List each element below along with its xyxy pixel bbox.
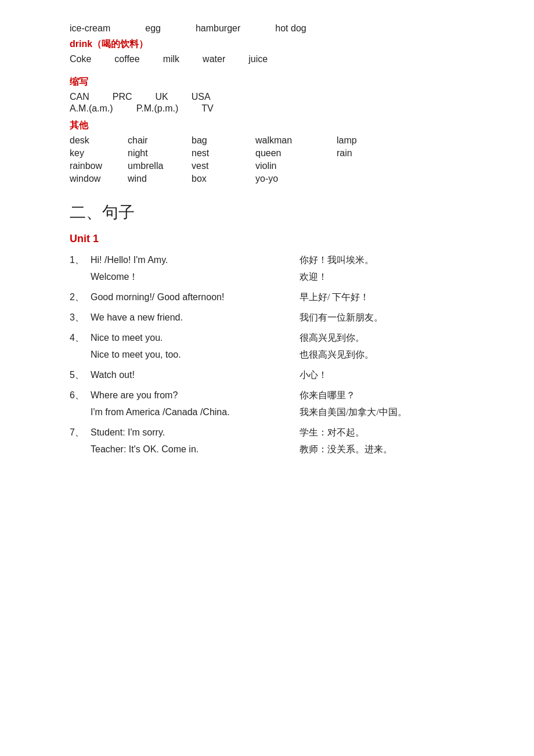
other-section: 其他 deskchairbagwalkmanlampkeynightnestqu… <box>70 120 464 184</box>
sentence-chn-7: 学生：对不起。 <box>300 427 365 439</box>
sub-row-6-0: I'm from America /Canada /China.我来自美国/加拿… <box>91 406 464 419</box>
abbrev-can: CAN <box>70 92 89 102</box>
sub-eng-1-0: Welcome！ <box>91 271 265 283</box>
abbrev-prc: PRC <box>113 92 132 102</box>
sentence-row-6: 6、Where are you from?你来自哪里？ <box>70 390 464 402</box>
sub-chn-6-0: 我来自美国/加拿大/中国。 <box>300 406 407 419</box>
sentence-num-2: 2、 <box>70 291 91 304</box>
sentence-num-3: 3、 <box>70 312 91 324</box>
abbrev-heading: 缩写 <box>70 76 464 88</box>
sentence-row-2: 2、Good morning!/ Good afternoon!早上好/ 下午好… <box>70 291 464 304</box>
other-word-18: yo-yo <box>255 174 337 184</box>
other-word-6: night <box>128 148 192 159</box>
sentence-eng-6: Where are you from? <box>91 390 265 401</box>
sentence-eng-7: Student: I'm sorry. <box>91 427 265 438</box>
other-heading: 其他 <box>70 120 464 132</box>
food-item-icecream: ice-cream <box>70 23 110 34</box>
other-word-15: window <box>70 174 128 184</box>
sub-eng-6-0: I'm from America /Canada /China. <box>91 407 265 417</box>
food-item-hamburger: hamburger <box>196 23 240 34</box>
food-row: ice-cream egg hamburger hot dog <box>70 23 464 34</box>
sentence-chn-1: 你好！我叫埃米。 <box>300 254 374 267</box>
sentence-chn-2: 早上好/ 下午好！ <box>300 291 369 304</box>
other-word-1: chair <box>128 135 192 146</box>
sub-eng-7-0: Teacher: It's OK. Come in. <box>91 444 265 455</box>
sentence-block-5: 5、Watch out!小心！ <box>70 369 464 381</box>
sentence-row-1: 1、Hi! /Hello! I'm Amy.你好！我叫埃米。 <box>70 254 464 267</box>
sentence-block-4: 4、Nice to meet you.很高兴见到你。Nice to meet y… <box>70 332 464 361</box>
abbrev-pm: P.M.(p.m.) <box>136 103 179 114</box>
sub-chn-4-0: 也很高兴见到你。 <box>300 349 374 361</box>
drink-milk: milk <box>163 54 179 64</box>
sub-row-7-0: Teacher: It's OK. Come in.教师：没关系。进来。 <box>91 444 464 456</box>
abbrev-section: 缩写 CAN PRC UK USA A.M.(a.m.) P.M.(p.m.) … <box>70 76 464 114</box>
other-word-4: lamp <box>337 135 383 146</box>
other-word-2: bag <box>192 135 255 146</box>
drink-juice: juice <box>248 54 268 64</box>
sentence-num-7: 7、 <box>70 427 91 439</box>
sentence-eng-5: Watch out! <box>91 370 265 380</box>
sub-row-4-0: Nice to meet you, too.也很高兴见到你。 <box>91 349 464 361</box>
sentence-row-7: 7、Student: I'm sorry.学生：对不起。 <box>70 427 464 439</box>
drink-heading: drink（喝的饮料） <box>70 38 464 51</box>
other-word-14 <box>337 161 383 171</box>
other-words-grid: deskchairbagwalkmanlampkeynightnestqueen… <box>70 135 464 184</box>
sub-row-1-0: Welcome！欢迎！ <box>91 271 464 283</box>
abbrev-tv: TV <box>201 103 213 114</box>
sentence-num-4: 4、 <box>70 332 91 344</box>
other-word-8: queen <box>255 148 337 159</box>
other-word-19 <box>337 174 383 184</box>
drink-row: Coke coffee milk water juice <box>70 54 464 64</box>
sentence-eng-1: Hi! /Hello! I'm Amy. <box>91 255 265 265</box>
sentence-row-3: 3、We have a new friend.我们有一位新朋友。 <box>70 312 464 324</box>
sentence-eng-3: We have a new friend. <box>91 312 265 323</box>
sub-eng-4-0: Nice to meet you, too. <box>91 350 265 360</box>
other-word-16: wind <box>128 174 192 184</box>
sub-chn-7-0: 教师：没关系。进来。 <box>300 444 392 456</box>
drink-water: water <box>203 54 225 64</box>
unit1-title: Unit 1 <box>70 233 464 245</box>
other-word-5: key <box>70 148 128 159</box>
other-word-3: walkman <box>255 135 337 146</box>
sentence-block-6: 6、Where are you from?你来自哪里？I'm from Amer… <box>70 390 464 419</box>
sentence-eng-2: Good morning!/ Good afternoon! <box>91 292 265 303</box>
abbrev-row1: CAN PRC UK USA <box>70 92 464 102</box>
sentence-chn-6: 你来自哪里？ <box>300 390 355 402</box>
sentence-row-5: 5、Watch out!小心！ <box>70 369 464 381</box>
other-word-17: box <box>192 174 255 184</box>
sentence-eng-4: Nice to meet you. <box>91 333 265 343</box>
other-word-0: desk <box>70 135 128 146</box>
sentence-block-3: 3、We have a new friend.我们有一位新朋友。 <box>70 312 464 324</box>
drink-section: drink（喝的饮料） Coke coffee milk water juice <box>70 38 464 64</box>
food-item-egg: egg <box>145 23 161 34</box>
other-word-12: vest <box>192 161 255 171</box>
other-word-10: rainbow <box>70 161 128 171</box>
sentences-container: 1、Hi! /Hello! I'm Amy.你好！我叫埃米。Welcome！欢迎… <box>70 254 464 456</box>
section-2: 二、句子 Unit 1 1、Hi! /Hello! I'm Amy.你好！我叫埃… <box>70 201 464 456</box>
drink-coffee: coffee <box>114 54 139 64</box>
sentence-num-1: 1、 <box>70 254 91 267</box>
sentence-block-2: 2、Good morning!/ Good afternoon!早上好/ 下午好… <box>70 291 464 304</box>
drink-coke: Coke <box>70 54 91 64</box>
sentence-block-7: 7、Student: I'm sorry.学生：对不起。Teacher: It'… <box>70 427 464 456</box>
other-word-11: umbrella <box>128 161 192 171</box>
abbrev-usa: USA <box>192 92 211 102</box>
other-word-13: violin <box>255 161 337 171</box>
sentence-block-1: 1、Hi! /Hello! I'm Amy.你好！我叫埃米。Welcome！欢迎… <box>70 254 464 283</box>
abbrev-row2: A.M.(a.m.) P.M.(p.m.) TV <box>70 103 464 114</box>
other-word-9: rain <box>337 148 383 159</box>
sentence-num-5: 5、 <box>70 369 91 381</box>
abbrev-uk: UK <box>156 92 168 102</box>
sentence-row-4: 4、Nice to meet you.很高兴见到你。 <box>70 332 464 344</box>
sentence-chn-4: 很高兴见到你。 <box>300 332 365 344</box>
abbrev-am: A.M.(a.m.) <box>70 103 113 114</box>
sentence-chn-3: 我们有一位新朋友。 <box>300 312 383 324</box>
sub-chn-1-0: 欢迎！ <box>300 271 327 283</box>
other-word-7: nest <box>192 148 255 159</box>
sentence-num-6: 6、 <box>70 390 91 402</box>
sentence-chn-5: 小心！ <box>300 369 327 381</box>
food-item-hotdog: hot dog <box>275 23 306 34</box>
section2-title: 二、句子 <box>70 201 464 224</box>
